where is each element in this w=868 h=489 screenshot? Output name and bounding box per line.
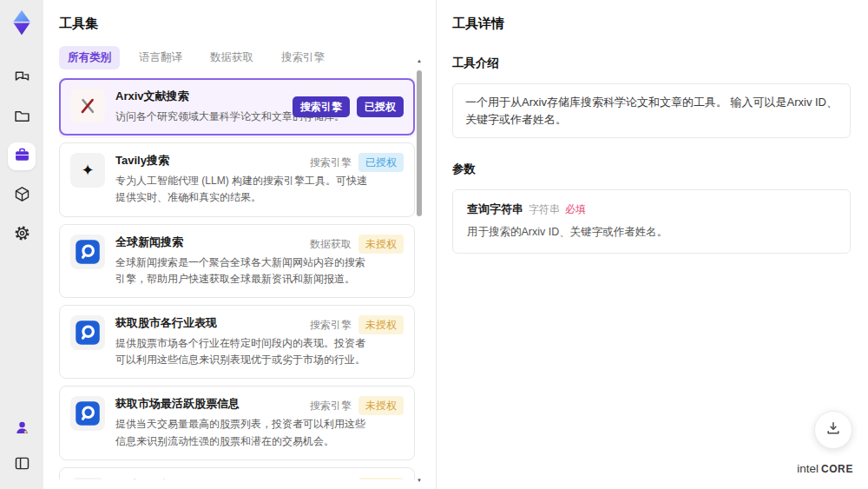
- tool-list: Arxiv文献搜索 访问各个研究领域大量科学论文和文章的存储库。 搜索引擎 已授…: [59, 78, 415, 479]
- tool-description: 全球新闻搜索是一个聚合全球各大新闻网站内容的搜索引擎，帮助用户快速获取全球最新资…: [115, 254, 369, 287]
- auth-badge: 未授权: [358, 396, 404, 415]
- intro-box: 一个用于从Arxiv存储库搜索科学论文和文章的工具。 输入可以是Arxiv ID…: [452, 83, 851, 138]
- param-name: 查询字符串: [467, 202, 523, 217]
- chat-icon: [13, 68, 31, 89]
- auth-badge: 未授权: [358, 235, 404, 254]
- tool-description: 提供股票市场各个行业在特定时间段内的表现。投资者可以利用这些信息来识别表现优于或…: [115, 335, 369, 368]
- sidebar: [0, 0, 43, 489]
- download-icon: [825, 420, 842, 440]
- tool-card-global-news[interactable]: 全球新闻搜索 全球新闻搜索是一个聚合全球各大新闻网站内容的搜索引擎，帮助用户快速…: [59, 224, 415, 298]
- auth-badge: 未授权: [358, 478, 404, 479]
- category-tag: 搜索引擎: [310, 396, 352, 415]
- gear-icon: [13, 224, 31, 246]
- app-logo-icon: [6, 7, 37, 38]
- sidebar-item-settings[interactable]: [8, 221, 36, 248]
- tool-description: 专为人工智能代理 (LLM) 构建的搜索引擎工具。可快速提供实时、准确和真实的结…: [115, 173, 369, 206]
- scroll-down-arrow-icon[interactable]: ▼: [416, 477, 423, 484]
- intro-heading: 工具介绍: [452, 56, 851, 71]
- scrollbar-thumb[interactable]: [417, 70, 422, 216]
- sidebar-nav: [8, 64, 36, 248]
- tool-details-pane: 工具详情 工具介绍 一个用于从Arxiv存储库搜索科学论文和文章的工具。 输入可…: [437, 0, 868, 489]
- intel-core-logo: intel CORE: [797, 462, 853, 475]
- search-tile-icon: [70, 315, 105, 350]
- tool-tags: 搜索引擎 未授权: [310, 478, 404, 479]
- auth-badge: 已授权: [357, 96, 404, 117]
- sidebar-item-chat[interactable]: [8, 64, 36, 92]
- sidebar-bottom: [8, 415, 36, 479]
- tab-data-acquisition[interactable]: 数据获取: [201, 46, 262, 69]
- category-tag: 搜索引擎: [293, 96, 350, 117]
- sidebar-item-account[interactable]: [8, 415, 36, 443]
- tool-tags: 搜索引擎 未授权: [310, 396, 404, 415]
- tool-tags: 搜索引擎 已授权: [293, 96, 404, 117]
- list-scrollbar[interactable]: ▲ ▼: [416, 57, 423, 484]
- download-button[interactable]: [814, 411, 852, 449]
- details-title: 工具详情: [452, 16, 851, 32]
- category-tag: 搜索引擎: [310, 153, 352, 172]
- tool-card-arxiv[interactable]: Arxiv文献搜索 访问各个研究领域大量科学论文和文章的存储库。 搜索引擎 已授…: [59, 78, 415, 135]
- brand-intel-text: intel: [797, 462, 819, 475]
- tool-card-stock-sectors[interactable]: 获取股市各行业表现 提供股票市场各个行业在特定时间段内的表现。投资者可以利用这些…: [59, 305, 415, 379]
- tool-tags: 数据获取 未授权: [310, 235, 404, 254]
- sidebar-item-files[interactable]: [8, 103, 36, 131]
- sidebar-item-packages[interactable]: [8, 182, 36, 209]
- category-tag: 搜索引擎: [310, 478, 352, 479]
- tool-tags: 搜索引擎 未授权: [310, 315, 404, 334]
- tool-card-tavily[interactable]: ✦ Tavily搜索 专为人工智能代理 (LLM) 构建的搜索引擎工具。可快速提…: [59, 142, 415, 216]
- param-type: 字符串: [529, 202, 560, 217]
- scroll-up-arrow-icon[interactable]: ▲: [416, 57, 423, 64]
- app-window: 工具集 所有类别 语言翻译 数据获取 搜索引擎 Arxiv文献搜索 访问各个研究…: [0, 0, 868, 489]
- category-tag: 数据获取: [310, 235, 352, 254]
- auth-badge: 已授权: [358, 153, 404, 172]
- category-tag: 搜索引擎: [310, 315, 352, 334]
- tab-all-categories[interactable]: 所有类别: [59, 46, 120, 69]
- search-tile-icon: [70, 235, 105, 269]
- arxiv-icon: [70, 89, 105, 123]
- folder-icon: [13, 107, 31, 129]
- tool-card-regional-news[interactable]: 万维地区新闻查询 查询具体行政区划内的新闻，快速了解各地新闻动 搜索引擎 未授权: [59, 467, 415, 479]
- toolset-pane: 工具集 所有类别 语言翻译 数据获取 搜索引擎 Arxiv文献搜索 访问各个研究…: [43, 0, 437, 489]
- briefcase-icon: [13, 146, 31, 168]
- tool-card-active-stocks[interactable]: 获取市场最活跃股票信息 提供当天交易量最高的股票列表，投资者可以利用这些信息来识…: [59, 386, 415, 459]
- sidebar-item-panel-toggle[interactable]: [8, 451, 36, 479]
- panel-toggle-icon: [13, 454, 31, 476]
- brand-core-text: CORE: [821, 463, 853, 475]
- page-title: 工具集: [59, 16, 436, 32]
- param-header: 查询字符串 字符串 必填: [467, 202, 836, 217]
- category-tabs: 所有类别 语言翻译 数据获取 搜索引擎: [59, 46, 436, 69]
- newspaper-icon: [70, 478, 105, 479]
- user-icon: [13, 419, 31, 440]
- search-tile-icon: [70, 396, 105, 431]
- param-box: 查询字符串 字符串 必填 用于搜索的Arxiv ID、关键字或作者姓名。: [452, 189, 851, 254]
- sparkle-icon: ✦: [70, 153, 105, 188]
- params-heading: 参数: [452, 162, 851, 177]
- tool-tags: 搜索引擎 已授权: [310, 153, 404, 172]
- param-required-badge: 必填: [565, 202, 586, 217]
- auth-badge: 未授权: [358, 315, 404, 334]
- package-icon: [13, 185, 31, 207]
- tab-search-engine[interactable]: 搜索引擎: [273, 46, 333, 69]
- tool-description: 提供当天交易量最高的股票列表，投资者可以利用这些信息来识别流动性强的股票和潜在的…: [115, 416, 369, 449]
- tab-language-translation[interactable]: 语言翻译: [130, 46, 191, 69]
- param-description: 用于搜索的Arxiv ID、关键字或作者姓名。: [467, 225, 836, 240]
- sidebar-item-tools[interactable]: [8, 142, 36, 170]
